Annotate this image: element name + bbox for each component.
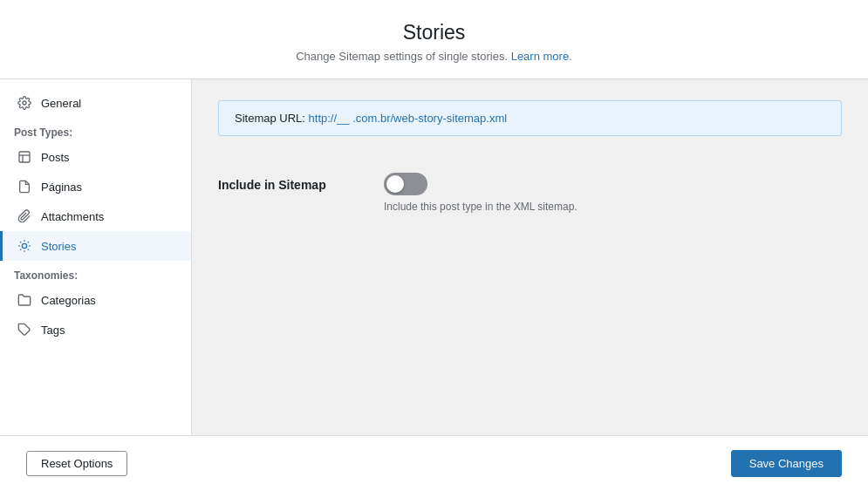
post-types-section-label: Post Types: [0,118,191,142]
save-changes-button[interactable]: Save Changes [731,450,842,477]
categorias-icon [17,292,32,308]
page-header: Stories Change Sitemap settings of singl… [0,0,868,79]
gear-icon [17,95,32,111]
include-in-sitemap-control: Include this post type in the XML sitema… [384,173,578,213]
page-subtitle: Change Sitemap settings of single storie… [35,50,833,63]
sidebar: General Post Types: Posts [0,79,192,435]
settings-section: Include in Sitemap Include this post typ… [218,153,842,232]
toggle-track [384,173,427,195]
sidebar-item-tags[interactable]: Tags [0,315,191,344]
toggle-thumb [386,175,404,193]
sidebar-item-label-stories: Stories [41,240,76,253]
sidebar-item-attachments[interactable]: Attachments [0,201,191,231]
content-area: Sitemap URL: http://__ .com.br/web-story… [192,79,868,435]
sidebar-item-posts[interactable]: Posts [0,142,191,172]
sitemap-url-banner: Sitemap URL: http://__ .com.br/web-story… [218,100,842,136]
svg-point-4 [22,243,26,248]
sitemap-url-link[interactable]: http://__ .com.br/web-story-sitemap.xml [309,112,508,125]
sidebar-item-label-general: General [41,97,81,110]
sidebar-item-label-categorias: Categorias [41,294,96,307]
taxonomies-section-label: Taxonomies: [0,261,191,285]
sidebar-item-label-tags: Tags [41,324,65,337]
tags-icon [17,322,32,338]
learn-more-link[interactable]: Learn more [511,50,569,63]
sidebar-item-general[interactable]: General [0,88,191,118]
stories-icon [17,238,32,254]
sitemap-url-prefix: Sitemap URL: [235,112,305,125]
include-in-sitemap-description: Include this post type in the XML sitema… [384,201,578,213]
footer-bar: Reset Options Save Changes [0,435,868,491]
reset-options-button[interactable]: Reset Options [26,451,127,476]
page-title: Stories [35,21,833,44]
svg-rect-1 [19,152,30,162]
sidebar-item-categorias[interactable]: Categorias [0,285,191,315]
main-layout: General Post Types: Posts [0,79,868,435]
include-in-sitemap-label: Include in Sitemap [218,173,358,192]
paginas-icon [17,179,32,194]
sidebar-item-label-posts: Posts [41,151,70,164]
sidebar-item-label-attachments: Attachments [41,210,104,223]
include-in-sitemap-toggle[interactable] [384,173,427,195]
posts-icon [17,149,32,165]
sidebar-item-stories[interactable]: Stories [0,231,191,261]
svg-point-0 [23,101,26,105]
include-in-sitemap-row: Include in Sitemap Include this post typ… [218,162,842,223]
attachments-icon [17,208,32,224]
sidebar-item-paginas[interactable]: Páginas [0,172,191,201]
sidebar-item-label-paginas: Páginas [41,181,82,194]
